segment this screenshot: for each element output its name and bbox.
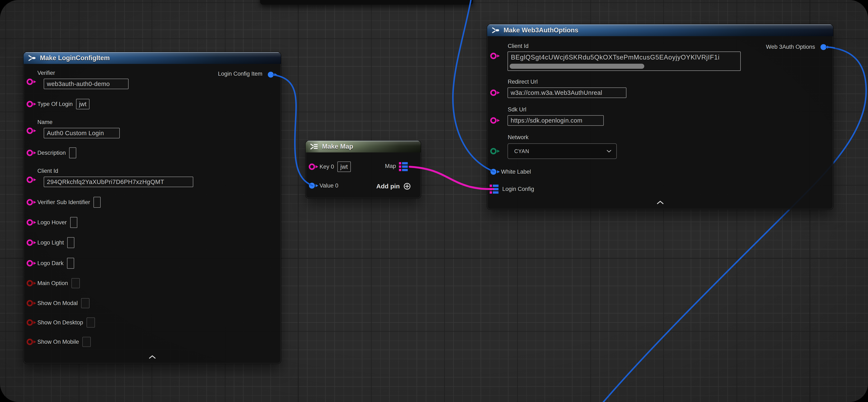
pin-label-type-of-login: Type Of Login bbox=[37, 101, 73, 108]
description-input[interactable] bbox=[69, 147, 76, 158]
node-header-make-map[interactable]: Make Map bbox=[306, 141, 421, 152]
pin-label-key0: Key 0 bbox=[319, 164, 334, 170]
struct-pin-icon-value0[interactable] bbox=[308, 181, 319, 190]
pin-label-verifier-sub-identifier: Verifier Sub Identifier bbox=[37, 199, 90, 206]
main-option-checkbox[interactable] bbox=[71, 278, 80, 288]
node-make-loginconfigitem[interactable]: Make LoginConfigItem Login Config Item V… bbox=[24, 52, 281, 364]
node-title: Make Map bbox=[322, 143, 353, 150]
show-on-modal-checkbox[interactable] bbox=[81, 298, 90, 308]
network-dropdown-value: CYAN bbox=[514, 148, 529, 154]
pin-label-show-on-desktop: Show On Desktop bbox=[37, 319, 83, 326]
map-pin-icon-login-config[interactable] bbox=[489, 184, 500, 195]
struct-pin-icon-web3auth-options-out[interactable] bbox=[820, 43, 831, 52]
node-title: Make LoginConfigItem bbox=[40, 54, 110, 62]
add-pin-button[interactable]: Add pin bbox=[376, 182, 411, 190]
bool-pin-icon-show-on-modal[interactable] bbox=[26, 299, 37, 308]
bool-pin-icon-show-on-mobile[interactable] bbox=[26, 338, 37, 346]
string-pin-icon-verifier[interactable] bbox=[26, 77, 37, 86]
output-pin-label-map: Map bbox=[385, 163, 396, 169]
string-pin-icon-client-id[interactable] bbox=[490, 52, 501, 60]
make-map-icon bbox=[310, 143, 318, 150]
pin-label-redirect-url: Redirect Url bbox=[508, 79, 538, 85]
pin-label-sdk-url: Sdk Url bbox=[508, 106, 526, 113]
show-on-mobile-checkbox[interactable] bbox=[82, 337, 91, 347]
pin-label-white-label: White Label bbox=[501, 169, 531, 175]
string-pin-icon-type-of-login[interactable] bbox=[26, 100, 37, 109]
output-pin-label: Web 3Auth Options bbox=[766, 44, 815, 50]
pin-label-show-on-modal: Show On Modal bbox=[37, 300, 78, 307]
add-pin-plus-icon bbox=[403, 182, 411, 190]
pin-label-value0: Value 0 bbox=[319, 182, 338, 189]
string-pin-icon-logo-light[interactable] bbox=[26, 238, 37, 247]
pin-label-verifier: Verifier bbox=[37, 70, 55, 76]
pin-label-name: Name bbox=[37, 119, 53, 125]
bool-pin-icon-main-option[interactable] bbox=[26, 279, 37, 288]
pin-label-description: Description bbox=[37, 150, 66, 156]
pin-label-show-on-mobile: Show On Mobile bbox=[37, 339, 79, 345]
client-id-input[interactable]: 294QRkchfq2YaXUbPri7D6PH7xzHgQMT bbox=[44, 177, 193, 187]
bool-pin-icon-show-on-desktop[interactable] bbox=[26, 318, 37, 327]
string-pin-icon-client-id[interactable] bbox=[26, 175, 37, 184]
logo-dark-input[interactable] bbox=[67, 258, 74, 269]
sdk-url-input[interactable]: https://sdk.openlogin.com bbox=[507, 115, 604, 126]
pin-label-client-id: Client Id bbox=[37, 168, 58, 174]
output-pin-label: Login Config Item bbox=[218, 70, 262, 77]
verifier-sub-identifier-input[interactable] bbox=[93, 197, 101, 208]
collapse-chevron-icon[interactable] bbox=[657, 201, 664, 204]
node-title: Make Web3AuthOptions bbox=[503, 27, 578, 34]
pin-label-main-option: Main Option bbox=[37, 280, 68, 287]
struct-pin-icon-login-config-item-out[interactable] bbox=[267, 70, 278, 79]
node-make-web3authoptions[interactable]: Make Web3AuthOptions Web 3Auth Options C… bbox=[487, 24, 833, 209]
client-id-scrollbar[interactable] bbox=[509, 64, 644, 69]
node-make-map[interactable]: Make Map Key 0 jwt Map Value 0 Add pin bbox=[306, 141, 421, 198]
verifier-input[interactable]: web3auth-auth0-demo bbox=[44, 79, 129, 89]
show-on-desktop-checkbox[interactable] bbox=[87, 317, 95, 327]
string-pin-icon-key0[interactable] bbox=[308, 162, 319, 171]
string-pin-icon-redirect-url[interactable] bbox=[490, 88, 501, 97]
node-header-make-loginconfigitem[interactable]: Make LoginConfigItem bbox=[24, 52, 281, 64]
pin-label-logo-hover: Logo Hover bbox=[37, 219, 67, 226]
struct-pin-icon-white-label[interactable] bbox=[490, 167, 501, 176]
pin-label-logo-dark: Logo Dark bbox=[37, 260, 64, 267]
network-dropdown[interactable]: CYAN bbox=[507, 143, 617, 159]
enum-pin-icon-network[interactable] bbox=[490, 147, 501, 155]
pin-label-logo-light: Logo Light bbox=[37, 239, 64, 246]
pin-label-login-config: Login Config bbox=[502, 186, 534, 192]
string-pin-icon-sdk-url[interactable] bbox=[490, 116, 501, 125]
collapse-chevron-icon[interactable] bbox=[149, 355, 156, 359]
make-struct-icon bbox=[491, 27, 500, 34]
pin-label-client-id: Client Id bbox=[508, 43, 529, 50]
name-input[interactable]: Auth0 Custom Login bbox=[44, 128, 120, 138]
make-struct-icon bbox=[28, 54, 36, 62]
chevron-down-icon bbox=[607, 150, 611, 152]
map-pin-icon-map-out[interactable] bbox=[399, 162, 409, 172]
type-of-login-input[interactable]: jwt bbox=[76, 99, 89, 109]
string-pin-icon-description[interactable] bbox=[26, 148, 37, 157]
client-id-input[interactable]: BEglQSgt4cUWcj6SKRdu5QkOXTsePmMcusG5EAoy… bbox=[507, 52, 741, 71]
string-pin-icon-name[interactable] bbox=[26, 126, 37, 135]
add-pin-label: Add pin bbox=[376, 183, 400, 190]
string-pin-icon-logo-dark[interactable] bbox=[26, 259, 37, 268]
client-id-text: BEglQSgt4cUWcj6SKRdu5QkOXTsePmMcusG5EAoy… bbox=[511, 54, 739, 61]
logo-light-input[interactable] bbox=[67, 237, 74, 248]
string-pin-icon-logo-hover[interactable] bbox=[26, 218, 37, 227]
string-pin-icon-verifier-sub-identifier[interactable] bbox=[26, 198, 37, 207]
graph-canvas[interactable]: Make LoginConfigItem Login Config Item V… bbox=[0, 0, 868, 402]
pin-label-network: Network bbox=[508, 134, 529, 141]
node-header-make-web3authoptions[interactable]: Make Web3AuthOptions bbox=[487, 24, 833, 36]
logo-hover-input[interactable] bbox=[70, 217, 77, 228]
redirect-url-input[interactable]: w3a://com.w3a.Web3AuthUnreal bbox=[507, 87, 626, 98]
key0-input[interactable]: jwt bbox=[337, 162, 350, 172]
